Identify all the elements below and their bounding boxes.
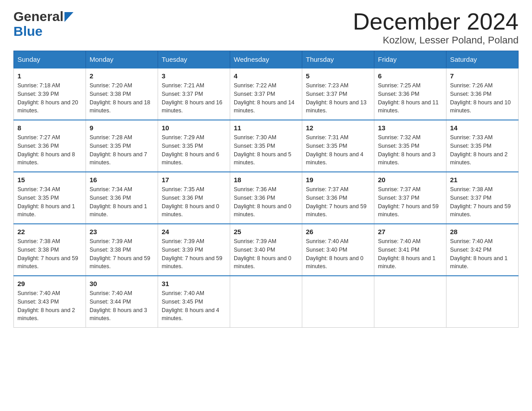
calendar-day-cell: 9Sunrise: 7:28 AMSunset: 3:35 PMDaylight… bbox=[86, 120, 158, 172]
calendar-day-cell: 23Sunrise: 7:39 AMSunset: 3:38 PMDayligh… bbox=[86, 224, 158, 276]
calendar-day-cell bbox=[230, 276, 302, 328]
calendar-week-row: 8Sunrise: 7:27 AMSunset: 3:36 PMDaylight… bbox=[14, 120, 519, 172]
weekday-header-thursday: Thursday bbox=[302, 51, 374, 68]
calendar-day-cell: 17Sunrise: 7:35 AMSunset: 3:36 PMDayligh… bbox=[158, 172, 230, 224]
day-number: 26 bbox=[306, 228, 370, 235]
calendar-day-cell bbox=[302, 276, 374, 328]
calendar-day-cell: 7Sunrise: 7:26 AMSunset: 3:36 PMDaylight… bbox=[446, 68, 519, 120]
day-info: Sunrise: 7:38 AMSunset: 3:38 PMDaylight:… bbox=[17, 237, 82, 271]
day-number: 19 bbox=[306, 176, 370, 184]
day-number: 8 bbox=[17, 124, 82, 132]
calendar-day-cell bbox=[446, 276, 519, 328]
calendar-day-cell: 31Sunrise: 7:40 AMSunset: 3:45 PMDayligh… bbox=[158, 276, 230, 328]
day-number: 31 bbox=[162, 280, 226, 287]
day-number: 5 bbox=[306, 72, 370, 80]
day-info: Sunrise: 7:34 AMSunset: 3:35 PMDaylight:… bbox=[17, 185, 82, 219]
day-number: 14 bbox=[450, 124, 515, 132]
calendar-day-cell: 19Sunrise: 7:37 AMSunset: 3:36 PMDayligh… bbox=[302, 172, 374, 224]
day-info: Sunrise: 7:37 AMSunset: 3:36 PMDaylight:… bbox=[306, 185, 370, 219]
weekday-header-tuesday: Tuesday bbox=[158, 51, 230, 68]
day-number: 18 bbox=[234, 176, 298, 184]
calendar-week-row: 15Sunrise: 7:34 AMSunset: 3:35 PMDayligh… bbox=[14, 172, 519, 224]
calendar-day-cell: 18Sunrise: 7:36 AMSunset: 3:36 PMDayligh… bbox=[230, 172, 302, 224]
day-info: Sunrise: 7:20 AMSunset: 3:38 PMDaylight:… bbox=[90, 81, 154, 115]
day-info: Sunrise: 7:32 AMSunset: 3:35 PMDaylight:… bbox=[378, 133, 442, 167]
calendar-day-cell: 27Sunrise: 7:40 AMSunset: 3:41 PMDayligh… bbox=[374, 224, 446, 276]
calendar-day-cell: 21Sunrise: 7:38 AMSunset: 3:37 PMDayligh… bbox=[446, 172, 519, 224]
weekday-header-wednesday: Wednesday bbox=[230, 51, 302, 68]
calendar-day-cell: 30Sunrise: 7:40 AMSunset: 3:44 PMDayligh… bbox=[86, 276, 158, 328]
day-info: Sunrise: 7:26 AMSunset: 3:36 PMDaylight:… bbox=[450, 81, 515, 115]
calendar-day-cell bbox=[374, 276, 446, 328]
calendar-day-cell: 3Sunrise: 7:21 AMSunset: 3:37 PMDaylight… bbox=[158, 68, 230, 120]
day-number: 20 bbox=[378, 176, 442, 184]
calendar-day-cell: 4Sunrise: 7:22 AMSunset: 3:37 PMDaylight… bbox=[230, 68, 302, 120]
day-number: 25 bbox=[234, 228, 298, 235]
day-number: 6 bbox=[378, 72, 442, 80]
calendar-day-cell: 11Sunrise: 7:30 AMSunset: 3:35 PMDayligh… bbox=[230, 120, 302, 172]
day-info: Sunrise: 7:18 AMSunset: 3:39 PMDaylight:… bbox=[17, 81, 82, 115]
calendar-day-cell: 13Sunrise: 7:32 AMSunset: 3:35 PMDayligh… bbox=[374, 120, 446, 172]
weekday-header-row: SundayMondayTuesdayWednesdayThursdayFrid… bbox=[14, 51, 519, 68]
day-number: 13 bbox=[378, 124, 442, 132]
calendar-week-row: 22Sunrise: 7:38 AMSunset: 3:38 PMDayligh… bbox=[14, 224, 519, 276]
day-info: Sunrise: 7:28 AMSunset: 3:35 PMDaylight:… bbox=[90, 133, 154, 167]
day-info: Sunrise: 7:31 AMSunset: 3:35 PMDaylight:… bbox=[306, 133, 370, 167]
day-info: Sunrise: 7:40 AMSunset: 3:42 PMDaylight:… bbox=[450, 237, 515, 271]
calendar-day-cell: 5Sunrise: 7:23 AMSunset: 3:37 PMDaylight… bbox=[302, 68, 374, 120]
logo-blue-text: Blue bbox=[13, 24, 43, 39]
day-info: Sunrise: 7:21 AMSunset: 3:37 PMDaylight:… bbox=[162, 81, 226, 115]
day-info: Sunrise: 7:40 AMSunset: 3:40 PMDaylight:… bbox=[306, 237, 370, 271]
day-info: Sunrise: 7:27 AMSunset: 3:36 PMDaylight:… bbox=[17, 133, 82, 167]
calendar-day-cell: 22Sunrise: 7:38 AMSunset: 3:38 PMDayligh… bbox=[14, 224, 86, 276]
day-number: 15 bbox=[17, 176, 82, 184]
day-number: 11 bbox=[234, 124, 298, 132]
title-section: December 2024 Kozlow, Lesser Poland, Pol… bbox=[353, 9, 519, 46]
day-info: Sunrise: 7:39 AMSunset: 3:39 PMDaylight:… bbox=[162, 237, 226, 271]
logo-general-text: General bbox=[13, 9, 64, 24]
day-number: 24 bbox=[162, 228, 226, 235]
calendar-day-cell: 28Sunrise: 7:40 AMSunset: 3:42 PMDayligh… bbox=[446, 224, 519, 276]
logo: General Blue bbox=[13, 9, 73, 39]
day-info: Sunrise: 7:38 AMSunset: 3:37 PMDaylight:… bbox=[450, 185, 515, 219]
calendar-day-cell: 14Sunrise: 7:33 AMSunset: 3:35 PMDayligh… bbox=[446, 120, 519, 172]
day-info: Sunrise: 7:22 AMSunset: 3:37 PMDaylight:… bbox=[234, 81, 298, 115]
day-number: 1 bbox=[17, 72, 82, 80]
location-subtitle: Kozlow, Lesser Poland, Poland bbox=[353, 34, 519, 46]
day-info: Sunrise: 7:39 AMSunset: 3:40 PMDaylight:… bbox=[234, 237, 298, 271]
weekday-header-friday: Friday bbox=[374, 51, 446, 68]
day-info: Sunrise: 7:33 AMSunset: 3:35 PMDaylight:… bbox=[450, 133, 515, 167]
day-number: 10 bbox=[162, 124, 226, 132]
day-number: 23 bbox=[90, 228, 154, 235]
calendar-day-cell: 16Sunrise: 7:34 AMSunset: 3:36 PMDayligh… bbox=[86, 172, 158, 224]
calendar-week-row: 29Sunrise: 7:40 AMSunset: 3:43 PMDayligh… bbox=[14, 276, 519, 328]
day-number: 4 bbox=[234, 72, 298, 80]
day-info: Sunrise: 7:40 AMSunset: 3:43 PMDaylight:… bbox=[17, 289, 82, 323]
day-info: Sunrise: 7:25 AMSunset: 3:36 PMDaylight:… bbox=[378, 81, 442, 115]
day-info: Sunrise: 7:39 AMSunset: 3:38 PMDaylight:… bbox=[90, 237, 154, 271]
day-info: Sunrise: 7:40 AMSunset: 3:45 PMDaylight:… bbox=[162, 289, 226, 323]
calendar-day-cell: 1Sunrise: 7:18 AMSunset: 3:39 PMDaylight… bbox=[14, 68, 86, 120]
calendar-day-cell: 20Sunrise: 7:37 AMSunset: 3:37 PMDayligh… bbox=[374, 172, 446, 224]
month-title: December 2024 bbox=[353, 9, 519, 34]
day-info: Sunrise: 7:34 AMSunset: 3:36 PMDaylight:… bbox=[90, 185, 154, 219]
day-info: Sunrise: 7:40 AMSunset: 3:44 PMDaylight:… bbox=[90, 289, 154, 323]
weekday-header-saturday: Saturday bbox=[446, 51, 519, 68]
calendar-week-row: 1Sunrise: 7:18 AMSunset: 3:39 PMDaylight… bbox=[14, 68, 519, 120]
page-header: General Blue December 2024 Kozlow, Lesse… bbox=[13, 9, 519, 46]
day-info: Sunrise: 7:40 AMSunset: 3:41 PMDaylight:… bbox=[378, 237, 442, 271]
calendar-day-cell: 29Sunrise: 7:40 AMSunset: 3:43 PMDayligh… bbox=[14, 276, 86, 328]
day-number: 7 bbox=[450, 72, 515, 80]
calendar-day-cell: 15Sunrise: 7:34 AMSunset: 3:35 PMDayligh… bbox=[14, 172, 86, 224]
calendar-day-cell: 24Sunrise: 7:39 AMSunset: 3:39 PMDayligh… bbox=[158, 224, 230, 276]
day-number: 22 bbox=[17, 228, 82, 235]
logo-arrow-icon bbox=[64, 12, 73, 22]
day-info: Sunrise: 7:30 AMSunset: 3:35 PMDaylight:… bbox=[234, 133, 298, 167]
calendar-day-cell: 8Sunrise: 7:27 AMSunset: 3:36 PMDaylight… bbox=[14, 120, 86, 172]
day-number: 28 bbox=[450, 228, 515, 235]
day-number: 17 bbox=[162, 176, 226, 184]
day-info: Sunrise: 7:29 AMSunset: 3:35 PMDaylight:… bbox=[162, 133, 226, 167]
day-number: 2 bbox=[90, 72, 154, 80]
day-number: 16 bbox=[90, 176, 154, 184]
calendar-day-cell: 2Sunrise: 7:20 AMSunset: 3:38 PMDaylight… bbox=[86, 68, 158, 120]
